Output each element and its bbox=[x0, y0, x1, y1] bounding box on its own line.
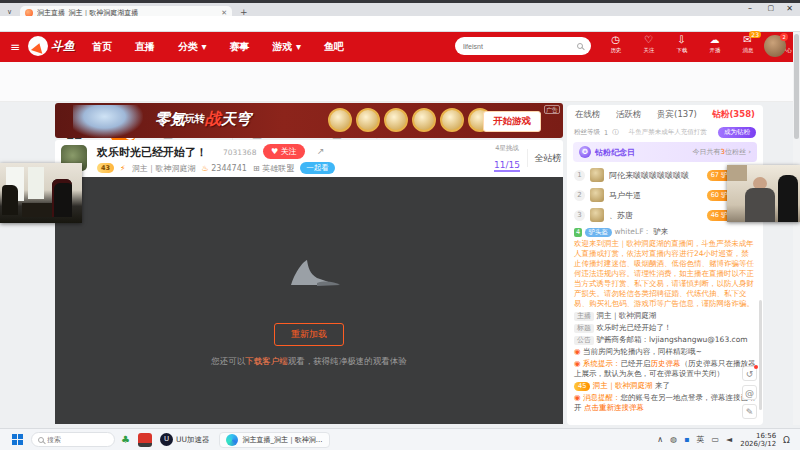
search-icon[interactable] bbox=[577, 43, 583, 49]
become-diamond-fan-button[interactable]: 成为钻粉 bbox=[718, 127, 756, 138]
history-danmu-link[interactable]: 历史弹幕 bbox=[650, 359, 680, 368]
banner-prize-icon bbox=[412, 108, 436, 132]
taskbar-clock[interactable]: 16:56 2026/3/12 bbox=[740, 432, 776, 448]
rank-number: 1 bbox=[574, 170, 585, 181]
monitor-icon[interactable]: ▭ bbox=[711, 435, 719, 444]
uu-booster-app[interactable]: U UU加速器 bbox=[160, 433, 209, 446]
notification-bell-icon[interactable]: Ω bbox=[783, 435, 790, 445]
window-minimize-button[interactable]: – bbox=[748, 4, 752, 13]
fan-avatar bbox=[590, 208, 604, 222]
rank-number: 2 bbox=[574, 190, 585, 201]
medal-badge: 驴头盔 bbox=[585, 228, 613, 237]
diamond-medal-icon: ✪ bbox=[579, 146, 591, 158]
reload-button[interactable]: 重新加载 bbox=[274, 323, 344, 346]
hidden-icons-icon[interactable]: ∧ bbox=[657, 435, 663, 444]
compose-danmu-icon[interactable]: ✎ bbox=[742, 404, 757, 419]
chat-quick-actions: ↺@✎ bbox=[742, 366, 757, 419]
left-camera-window[interactable] bbox=[0, 163, 82, 223]
loop-icon: ◉ bbox=[574, 347, 581, 356]
start-game-button[interactable]: 开始游戏 bbox=[483, 111, 541, 132]
system-icon: ◉ bbox=[574, 359, 581, 368]
tray-app-blue-icon[interactable]: ▪ bbox=[684, 435, 689, 444]
uu-booster-icon: U bbox=[160, 433, 173, 446]
start-button[interactable] bbox=[12, 434, 23, 445]
heat-icon: ♨ bbox=[202, 164, 209, 173]
streamer-name[interactable]: 洞主｜歌神洞庭湖 bbox=[132, 163, 196, 174]
browser-tab-bar: ∨ 洞主直播_洞主｜歌神洞庭湖直播_ ✕ + – ▢ ✕ bbox=[0, 3, 800, 16]
red-app-icon[interactable] bbox=[138, 433, 152, 447]
reconnect-danmu-link[interactable]: 点击重新连接弹幕 bbox=[584, 403, 644, 412]
nav-item-broadcast[interactable]: ☁开播 bbox=[701, 34, 728, 55]
site-search[interactable] bbox=[455, 37, 591, 55]
nav-item-download[interactable]: ⇩下载 bbox=[668, 34, 695, 55]
category-label: 英雄联盟 bbox=[262, 164, 294, 173]
search-input[interactable] bbox=[463, 43, 577, 50]
user-avatar[interactable]: 2 bbox=[764, 35, 786, 57]
stream-title: 欢乐时光已经开始了！ bbox=[97, 145, 207, 160]
download-client-link[interactable]: 下载客户端 bbox=[245, 356, 288, 366]
right-camera-window[interactable] bbox=[727, 165, 800, 222]
chat-user[interactable]: whiteLF： bbox=[614, 227, 651, 236]
site-rank-board[interactable]: 全站榜 bbox=[528, 145, 568, 171]
volume-icon[interactable]: ◄ bbox=[726, 435, 732, 444]
taskbar-search-input[interactable] bbox=[47, 436, 102, 443]
ime-icon[interactable]: 英 bbox=[696, 434, 704, 445]
sidebar-scrollbar[interactable] bbox=[759, 300, 762, 410]
heat-value: 2344741 bbox=[211, 164, 247, 173]
fan-avatar bbox=[590, 188, 604, 202]
taskbar-search[interactable] bbox=[31, 432, 115, 447]
sidebar-tab-online-rank[interactable]: 在线榜 bbox=[575, 109, 601, 121]
banner-prize-icon bbox=[328, 108, 352, 132]
banner-prizes bbox=[328, 108, 492, 132]
ad-tag: 广告 bbox=[544, 105, 560, 114]
info-icon: ⓘ bbox=[612, 128, 619, 137]
download-label: 下载 bbox=[676, 46, 687, 54]
screen: ∨ 洞主直播_洞主｜歌神洞庭湖直播_ ✕ + – ▢ ✕ ← ⟳ https:/… bbox=[0, 0, 800, 450]
sidebar-tab-vip[interactable]: 贵宾(137) bbox=[657, 109, 697, 121]
follow-button[interactable]: ♥ 关注 bbox=[263, 144, 305, 159]
banner-title: 零氪玩转战天穹 bbox=[155, 109, 251, 130]
chat-sidebar: 在线榜活跃榜贵宾(137)钻粉(358) 粉丝等级1ⓘ 斗鱼严禁未成年人充值打赏… bbox=[567, 105, 763, 425]
fan-name: 阿伦来啵啵啵啵啵啵啵 bbox=[609, 170, 702, 181]
fan-badge: 4 bbox=[574, 228, 582, 237]
follow-icon: ♡ bbox=[644, 34, 653, 46]
mention-icon[interactable]: @ bbox=[742, 385, 757, 400]
clock-time: 16:56 bbox=[740, 432, 776, 440]
hamburger-menu-icon[interactable]: ≡ bbox=[10, 40, 20, 54]
tab-search-chevron-icon[interactable]: ∨ bbox=[7, 8, 12, 16]
edge-taskbar-window[interactable]: 洞主直播_洞主｜歌神洞... bbox=[219, 432, 329, 448]
page-scrollbar-thumb[interactable] bbox=[794, 34, 799, 139]
window-close-button[interactable]: ✕ bbox=[786, 4, 793, 13]
nav-item-follow[interactable]: ♡关注 bbox=[635, 34, 662, 55]
broadcast-label: 开播 bbox=[709, 46, 720, 54]
title-row: 标题 欢乐时光已经开始了！ bbox=[574, 323, 756, 333]
douyu-shark-icon bbox=[28, 36, 48, 56]
video-player[interactable]: 重新加载 您还可以下载客户端观看，获得纯净极速的观看体验 bbox=[55, 177, 563, 424]
loop-notice-row: ◉ 当前房间为轮播内容，同样精彩哦~ bbox=[574, 347, 756, 357]
diamond-anniversary-card[interactable]: ✪ 钻粉纪念日 今日共有3位粉丝 › bbox=[573, 142, 757, 162]
nav-link-home[interactable]: 首页 bbox=[92, 40, 112, 54]
nav-item-messages[interactable]: ✉消息23 bbox=[734, 34, 761, 55]
stream-header: 欢乐时光已经开始了！ 7031368 ♥ 关注 ↗ 43 ⚡ 洞主｜歌神洞庭湖 … bbox=[55, 140, 563, 177]
nav-link-category[interactable]: 分类 ▾ bbox=[178, 40, 207, 54]
douyu-logo[interactable]: 斗鱼 bbox=[28, 36, 75, 56]
sidebar-tab-diamond-fans[interactable]: 钻粉(358) bbox=[712, 109, 755, 121]
danmu-history-icon[interactable]: ↺ bbox=[742, 366, 757, 381]
share-icon[interactable]: ↗ bbox=[317, 146, 325, 156]
ad-banner[interactable]: 零氪玩转战天穹 开始游戏 广告 bbox=[55, 103, 563, 138]
nav-link-live[interactable]: 直播 bbox=[135, 40, 155, 54]
nav-link-esports[interactable]: 赛事 bbox=[230, 40, 250, 54]
watch-together-badge[interactable]: 一起看 bbox=[300, 162, 335, 174]
sidebar-tab-active-rank[interactable]: 活跃榜 bbox=[616, 109, 642, 121]
nav-link-games[interactable]: 游戏 ▾ bbox=[273, 40, 302, 54]
plant-app-icon[interactable]: ♣ bbox=[121, 434, 130, 445]
fan-avatar bbox=[590, 168, 604, 182]
star-challenge[interactable]: 4星挑战11/15 bbox=[487, 144, 527, 172]
tray-app-circle-icon[interactable]: ◍ bbox=[670, 435, 677, 444]
sidebar-tabs: 在线榜活跃榜贵宾(137)钻粉(358) bbox=[567, 105, 763, 125]
nav-item-history[interactable]: ◷历史 bbox=[602, 34, 629, 55]
nav-link-yuba[interactable]: 鱼吧 bbox=[324, 40, 344, 54]
alert-row: ◉ 消息提醒：您的账号在另一地点登录，弹幕连接已断开 点击重新连接弹幕 bbox=[574, 393, 756, 413]
category-icon: ⊞ bbox=[253, 164, 260, 173]
window-maximize-button[interactable]: ▢ bbox=[767, 4, 774, 12]
